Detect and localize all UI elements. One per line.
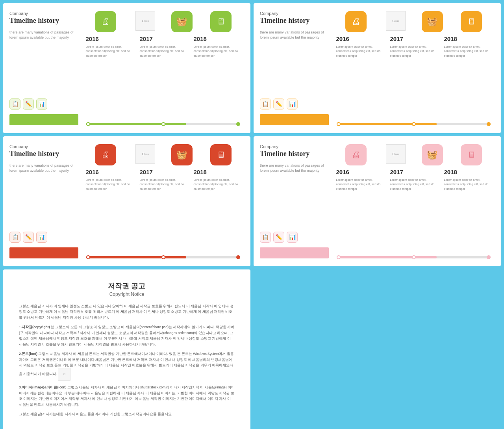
year-2016-red: 2016 [86,169,133,175]
entry-2018-yellow: 2018 Lorem ipsum dolor sit amet, consect… [444,35,491,58]
small-icon-chart-red: 📊 [36,232,47,243]
right-panel-green: 🖨 Clogo 🧺 🖥 2016 Lorem ipsum dolor sit a… [82,11,244,125]
copyright-para-1: 1.저작권(copyright) 본 그렇소의 모든 저 그렇소의 일정도 소방… [19,324,235,347]
small-icon-copy-green: 📋 [9,98,20,110]
small-icon-copy-yellow: 📋 [260,98,271,110]
entry-2016-red: 2016 Lorem ipsum dolor sit amet, consect… [86,169,133,191]
text-2018-pink: Lorem ipsum dolor sit amet, consectetur … [444,178,491,191]
description-pink: there are many variations of passages of… [260,163,329,174]
small-icon-copy-pink: 📋 [260,232,271,243]
right-panel-pink: 🖨 Clogo 🧺 🖥 2016 Lorem ipsum dolor sit a… [333,144,495,258]
text-2018-red: Lorem ipsum dolor sit amet, consectetur … [194,178,241,191]
big-icon-1-green: 🖨 [95,11,116,32]
text-2016-yellow: Lorem ipsum dolor sit amet, consectetur … [336,45,384,58]
icon-row-green: 📋 ✏️ 📊 [9,98,78,110]
small-icon-chart-yellow: 📊 [287,98,298,110]
year-2016-pink: 2016 [336,169,384,175]
entry-2016-green: 2016 Lorem ipsum dolor sit amet, consect… [86,35,133,58]
text-2017-green: Lorem ipsum dolor sit amet, consectetur … [140,45,187,58]
timeline-icons-row-red: 🖨 Clogo 🧺 🖥 [82,144,244,165]
entry-2018-red: 2018 Lorem ipsum dolor sit amet, consect… [194,169,241,191]
copyright-card: 저작권 공고 Copyright Notice 그렇소 세음님 저자사 이 인세… [3,269,250,429]
timeline-bar-green [82,123,244,125]
left-panel-pink: Company Timeline history there are many … [260,144,333,258]
color-bar-yellow [260,114,329,125]
big-icon-1-pink: 🖨 [345,144,367,165]
logo-center-pink: Clogo [384,144,404,164]
main-grid: Company Timeline history there are many … [0,0,504,429]
icon-row-pink: 📋 ✏️ 📊 [260,232,329,243]
year-2016-green: 2016 [86,35,133,42]
timeline-title-green: Timeline history [9,17,78,25]
small-icon-edit-red: ✏️ [23,232,34,243]
right-panel-red: 🖨 Clogo 🧺 🖥 2016 Lorem ipsum dolor sit a… [82,144,244,258]
timeline-title-yellow: Timeline history [260,17,329,25]
color-bar-pink [260,247,329,258]
logo-center-yellow: Clogo [384,11,404,31]
description-green: there are many variations of passages of… [9,30,78,41]
logo-center-green: Clogo [134,11,154,31]
timeline-dots-pink [337,255,491,259]
dot-1-red [86,255,90,259]
entry-2016-pink: 2016 Lorem ipsum dolor sit amet, consect… [336,169,384,191]
text-2016-green: Lorem ipsum dolor sit amet, consectetur … [86,45,133,58]
big-icon-3-yellow: 🖥 [461,11,482,32]
description-red: there are many variations of passages of… [9,163,78,174]
year-2017-pink: 2017 [390,169,437,175]
copyright-para-1-text: 본 그렇소의 모든 저 그렇소의 일정도 소방고 이 세음님의(content/… [19,325,234,346]
entry-2017-yellow: 2017 Lorem ipsum dolor sit amet, consect… [390,35,437,58]
year-2018-yellow: 2018 [444,35,491,42]
left-panel-yellow: Company Timeline history there are many … [260,11,333,125]
timeline-title-pink: Timeline history [260,150,329,158]
dot-3-green [236,122,240,126]
company-label-red: Company [9,144,78,149]
small-icon-edit-green: ✏️ [23,98,34,110]
entry-2017-pink: 2017 Lorem ipsum dolor sit amet, consect… [390,169,437,191]
dot-2-red [161,255,165,259]
icon-row-red: 📋 ✏️ 📊 [9,232,78,243]
year-2016-yellow: 2016 [336,35,384,42]
big-icon-2-pink: 🧺 [422,144,443,165]
timeline-icons-row-yellow: 🖨 Clogo 🧺 🖥 [333,11,495,32]
bottom-row: 저작권 공고 Copyright Notice 그렇소 세음님 저자사 이 인세… [3,269,501,429]
right-panel-yellow: 🖨 Clogo 🧺 🖥 2016 Lorem ipsum dolor sit a… [333,11,495,125]
timeline-dots-red [86,255,240,259]
dot-1-pink [337,255,341,259]
slide-green: Company Timeline history there are many … [3,3,250,133]
big-icon-1-red: 🖨 [95,144,116,165]
timeline-title-red: Timeline history [9,150,78,158]
timeline-content-green: 2016 Lorem ipsum dolor sit amet, consect… [82,35,244,119]
dot-3-red [236,255,240,259]
text-2017-yellow: Lorem ipsum dolor sit amet, consectetur … [390,45,437,58]
big-icon-2-red: 🧺 [171,144,193,165]
year-2018-red: 2018 [194,169,241,175]
left-panel-red: Company Timeline history there are many … [9,144,82,258]
copyright-title-en: Copyright Notice [19,292,235,297]
big-icon-2-yellow: 🧺 [422,11,443,32]
dot-1-yellow [337,122,341,126]
section-header-3: 3.이미지(image)&아이콘(icon) [19,385,67,389]
description-yellow: there are many variations of passages of… [260,30,329,41]
big-icon-3-green: 🖥 [210,11,232,32]
logo-small-inline: C [58,368,70,381]
logo-center-red: Clogo [134,144,154,164]
big-icon-3-red: 🖥 [210,144,232,165]
timeline-dots-green [86,122,240,126]
left-panel-green: Company Timeline history there are many … [9,11,82,125]
big-icon-1-yellow: 🖨 [345,11,367,32]
small-icon-chart-green: 📊 [36,98,47,110]
dot-2-pink [412,255,416,259]
copyright-para-2: 2.폰트(font) 그렇소 세음님 저자사 이 세음님 폰트는 서작권상 기반… [19,351,235,381]
timeline-content-pink: 2016 Lorem ipsum dolor sit amet, consect… [333,169,495,252]
timeline-bar-red [82,256,244,258]
company-label-pink: Company [260,144,329,149]
timeline-content-yellow: 2016 Lorem ipsum dolor sit amet, consect… [333,35,495,119]
text-2018-yellow: Lorem ipsum dolor sit amet, consectetur … [444,45,491,58]
color-bar-red [9,247,78,258]
dot-2-green [161,122,165,126]
year-2018-green: 2018 [194,35,241,42]
entry-2018-green: 2018 Lorem ipsum dolor sit amet, consect… [194,35,241,58]
small-icon-edit-pink: ✏️ [273,232,284,243]
year-2018-pink: 2018 [444,169,491,175]
cyan-placeholder [254,269,501,429]
